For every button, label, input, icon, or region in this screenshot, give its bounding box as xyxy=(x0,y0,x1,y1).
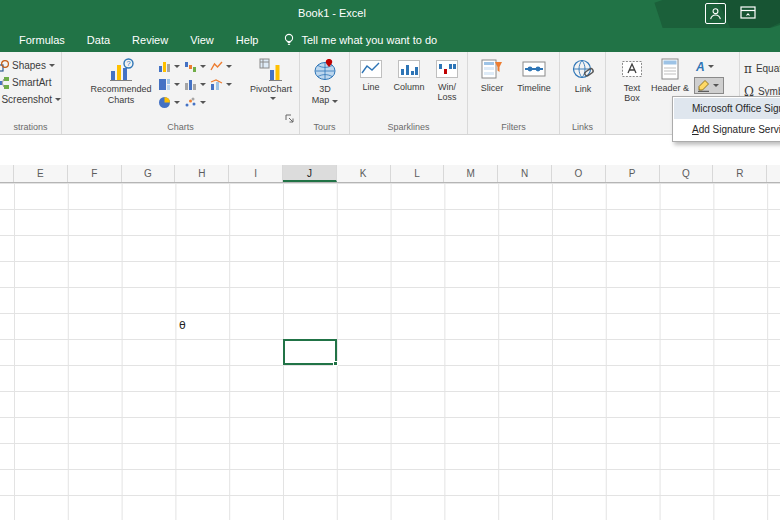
ribbon-tab-bar: Formulas Data Review View Help Tell me w… xyxy=(0,28,780,52)
shapes-label: Shapes xyxy=(12,60,46,71)
column-header-partial[interactable] xyxy=(0,165,14,182)
recommended-charts-label: Recommended xyxy=(90,84,151,95)
chevron-down-icon xyxy=(49,64,55,67)
menu-item-microsoft-office-signature[interactable]: Microsoft Office Sign xyxy=(674,98,780,119)
insert-statistic-chart-button[interactable] xyxy=(184,75,210,93)
charts-dialog-launcher[interactable] xyxy=(285,110,295,120)
tell-me-box[interactable]: Tell me what you want to do xyxy=(283,33,437,47)
shapes-button[interactable]: Shapes xyxy=(0,57,61,74)
combo-chart-icon xyxy=(210,78,223,91)
group-label-links: Links xyxy=(560,122,605,132)
chevron-down-icon xyxy=(270,97,276,100)
column-header-e[interactable]: E xyxy=(14,165,68,182)
group-sparklines: Line Column Win/ Loss Sparklines xyxy=(350,52,468,134)
column-header-j-selected[interactable]: J xyxy=(283,165,337,182)
text-box-label: Text xyxy=(624,83,641,93)
column-header-r[interactable]: R xyxy=(713,165,767,182)
chevron-down-icon xyxy=(55,98,61,101)
column-header-l[interactable]: L xyxy=(391,165,445,182)
link-button[interactable]: Link xyxy=(565,58,601,94)
account-button[interactable] xyxy=(705,3,726,24)
insert-line-chart-button[interactable] xyxy=(210,57,236,75)
smartart-label: SmartArt xyxy=(12,77,51,88)
column-header-i[interactable]: I xyxy=(229,165,283,182)
signature-line-icon xyxy=(697,79,710,92)
link-label: Link xyxy=(575,84,592,94)
slicer-button[interactable]: Slicer xyxy=(474,58,510,93)
ribbon-display-options-button[interactable] xyxy=(740,5,756,23)
tab-help[interactable]: Help xyxy=(225,29,270,51)
sparkline-line-label: Line xyxy=(362,82,379,92)
shapes-icon xyxy=(0,60,9,72)
sparkline-winloss-icon xyxy=(436,60,458,78)
group-filters: Slicer Timeline Filters xyxy=(468,52,560,134)
group-label-tours: Tours xyxy=(300,122,349,132)
sparkline-winloss-button[interactable]: Win/ Loss xyxy=(430,60,464,102)
insert-column-chart-button[interactable] xyxy=(158,57,184,75)
group-label-illustrations: strations xyxy=(0,122,61,132)
equation-button[interactable]: π Equation xyxy=(744,60,780,77)
column-header-n[interactable]: N xyxy=(498,165,552,182)
equation-label: Equation xyxy=(756,63,780,74)
chevron-down-icon xyxy=(708,65,714,68)
column-header-m[interactable]: M xyxy=(444,165,498,182)
chevron-down-icon xyxy=(174,101,180,104)
line-chart-icon xyxy=(210,60,223,73)
chevron-down-icon xyxy=(174,83,180,86)
text-box-button[interactable]: Text Box xyxy=(614,58,650,103)
insert-waterfall-chart-button[interactable] xyxy=(184,57,210,75)
link-icon xyxy=(571,58,595,82)
column-header-h[interactable]: H xyxy=(175,165,229,182)
column-headers: E F G H I J K L M N O P Q R xyxy=(0,165,780,183)
recommended-charts-icon: ? xyxy=(108,57,134,83)
pivotchart-button[interactable]: PivotChart xyxy=(246,56,296,100)
spreadsheet-grid[interactable]: θ xyxy=(0,183,780,520)
header-footer-label: Header & xyxy=(651,83,689,93)
title-bar: Book1 - Excel xyxy=(0,0,780,28)
pivotchart-icon xyxy=(258,57,284,83)
tab-formulas[interactable]: Formulas xyxy=(8,29,76,51)
equation-icon: π xyxy=(744,62,752,76)
slicer-icon xyxy=(481,58,503,80)
text-box-label: Box xyxy=(624,93,640,103)
sparkline-column-icon xyxy=(398,60,420,78)
sparkline-column-label: Column xyxy=(393,82,424,92)
insert-pie-chart-button[interactable] xyxy=(158,93,184,111)
3d-map-icon xyxy=(312,57,338,83)
insert-hierarchy-chart-button[interactable] xyxy=(158,75,184,93)
column-header-partial[interactable] xyxy=(767,165,780,182)
sparkline-column-button[interactable]: Column xyxy=(390,60,428,92)
sparkline-winloss-label: Win/ xyxy=(438,82,456,92)
column-header-f[interactable]: F xyxy=(68,165,122,182)
insert-scatter-chart-button[interactable] xyxy=(184,93,210,111)
cell-value[interactable]: θ xyxy=(175,313,229,339)
column-chart-icon xyxy=(158,60,171,73)
chevron-down-icon xyxy=(200,83,206,86)
insert-combo-chart-button[interactable] xyxy=(210,75,236,93)
screenshot-label: Screenshot xyxy=(1,94,52,105)
header-footer-button[interactable]: Header & xyxy=(648,58,692,93)
sparkline-line-button[interactable]: Line xyxy=(353,60,389,92)
menu-item-add-signature-services[interactable]: Add Signature Servic xyxy=(674,119,780,140)
timeline-button[interactable]: Timeline xyxy=(512,58,556,93)
column-header-g[interactable]: G xyxy=(122,165,176,182)
wordart-button[interactable]: A xyxy=(694,58,724,75)
tab-data[interactable]: Data xyxy=(76,29,121,51)
pivotchart-label: PivotChart xyxy=(250,84,292,95)
chevron-down-icon xyxy=(226,65,232,68)
column-header-o[interactable]: O xyxy=(552,165,606,182)
smartart-button[interactable]: SmartArt xyxy=(0,74,61,91)
scatter-chart-icon xyxy=(184,96,197,109)
screenshot-button[interactable]: Screenshot xyxy=(0,91,61,108)
selected-cell[interactable] xyxy=(283,339,337,365)
column-header-q[interactable]: Q xyxy=(660,165,714,182)
3d-map-button[interactable]: 3D Map xyxy=(305,56,345,106)
recommended-charts-button[interactable]: ? Recommended Charts xyxy=(88,56,154,106)
column-header-p[interactable]: P xyxy=(606,165,660,182)
tab-review[interactable]: Review xyxy=(121,29,179,51)
group-label-charts: Charts xyxy=(62,122,299,132)
tab-view[interactable]: View xyxy=(179,29,225,51)
signature-line-button[interactable] xyxy=(694,77,724,94)
column-header-k[interactable]: K xyxy=(337,165,391,182)
fill-handle[interactable] xyxy=(333,361,338,366)
